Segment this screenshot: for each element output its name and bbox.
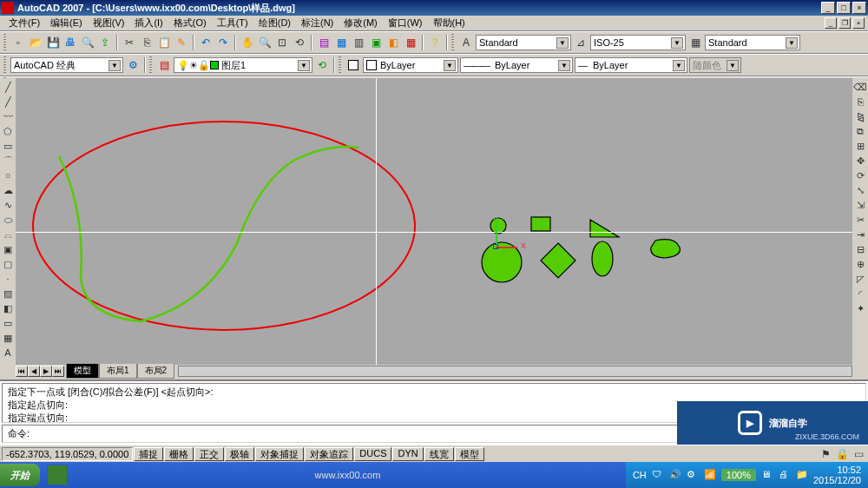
publish-icon[interactable]: ⇪ [97,35,113,50]
color-control-icon[interactable] [345,57,361,73]
spline-icon[interactable]: ∿ [1,198,15,212]
toolbar-grip[interactable] [339,56,341,74]
toolbar-grip[interactable] [3,56,6,74]
doc-close-button[interactable]: × [852,17,865,29]
markup-icon[interactable]: ◧ [385,35,401,50]
scale-icon[interactable]: ⤡ [853,183,867,197]
minimize-button[interactable]: _ [821,2,835,14]
menu-help[interactable]: 帮助(H) [428,16,470,30]
menu-modify[interactable]: 修改(M) [339,16,383,30]
paste-icon[interactable]: 📋 [156,35,172,50]
array-icon[interactable]: ⊞ [853,139,867,153]
properties-icon[interactable]: ▤ [316,35,332,50]
menu-tools[interactable]: 工具(T) [212,16,253,30]
explode-icon[interactable]: ✦ [853,301,867,315]
model-viewport[interactable] [16,78,852,376]
otrack-toggle[interactable]: 对象追踪 [305,447,353,461]
text-style-combo[interactable]: Standard [476,35,571,50]
menu-format[interactable]: 格式(O) [168,16,212,30]
polygon-icon[interactable]: ⬠ [1,124,15,138]
sheet-set-icon[interactable]: ▣ [368,35,384,50]
zoom-previous-icon[interactable]: ⟲ [292,35,307,50]
fillet-icon[interactable]: ◜ [853,287,867,300]
mtext-icon[interactable]: A [1,346,15,359]
layer-combo[interactable]: 💡 ☀ 🔓 图层1 [174,57,312,73]
ellipse-icon[interactable]: ⬭ [1,213,15,227]
save-icon[interactable]: 💾 [45,35,61,50]
redo-icon[interactable]: ↷ [215,35,231,50]
pan-icon[interactable]: ✋ [240,35,255,50]
gradient-icon[interactable]: ◧ [1,301,15,315]
tab-prev-button[interactable]: ◀ [28,366,40,377]
tray-icon[interactable]: 🖥 [761,469,773,481]
taskbar-app-autocad[interactable] [47,465,68,485]
menu-view[interactable]: 视图(V) [88,16,130,30]
layer-prev-icon[interactable]: ⟲ [314,57,330,73]
tray-icon[interactable]: 🔊 [669,469,681,481]
tab-first-button[interactable]: ⏮ [16,366,28,377]
lock-ui-icon[interactable]: 🔒 [834,446,850,462]
doc-restore-button[interactable]: ❐ [838,17,851,29]
menu-insert[interactable]: 插入(I) [129,16,168,30]
snap-toggle[interactable]: 捕捉 [134,447,163,461]
calc-icon[interactable]: ▦ [403,35,418,50]
dim-style-icon[interactable]: ⊿ [573,35,589,50]
table-style-icon[interactable]: ▦ [687,35,703,50]
tab-last-button[interactable]: ⏭ [52,366,64,377]
close-button[interactable]: × [852,2,866,14]
lwt-toggle[interactable]: 线宽 [424,447,454,461]
join-icon[interactable]: ⊕ [853,257,867,271]
plot-icon[interactable]: 🖶 [62,35,78,50]
erase-icon[interactable]: ⌫ [853,80,867,94]
menu-window[interactable]: 窗口(W) [383,16,428,30]
tab-next-button[interactable]: ▶ [40,366,52,377]
circle-icon[interactable]: ○ [1,168,15,182]
pline-icon[interactable]: 〰 [1,109,15,123]
maximize-button[interactable]: □ [837,2,851,14]
osnap-toggle[interactable]: 对象捕捉 [255,447,304,461]
comm-center-icon[interactable]: ⚑ [818,446,833,462]
offset-icon[interactable]: ⧉ [853,124,867,138]
text-style-icon[interactable]: A [458,35,474,50]
zoom-window-icon[interactable]: ⊡ [274,35,290,50]
point-icon[interactable]: · [1,272,15,286]
insert-block-icon[interactable]: ▣ [1,242,15,256]
open-icon[interactable]: 📂 [28,35,43,50]
xline-icon[interactable]: ╱ [1,95,15,109]
move-icon[interactable]: ✥ [853,154,867,168]
region-icon[interactable]: ▭ [1,316,15,330]
trim-icon[interactable]: ✂ [853,213,867,227]
toolbar-grip[interactable] [451,34,454,51]
color-combo[interactable]: ByLayer [363,57,458,73]
table-style-combo[interactable]: Standard [705,35,800,50]
tool-palettes-icon[interactable]: ▥ [351,35,366,50]
doc-minimize-button[interactable]: _ [825,17,837,29]
polar-toggle[interactable]: 极轴 [225,447,254,461]
menu-draw[interactable]: 绘图(D) [253,16,296,30]
menu-file[interactable]: 文件(F) [3,16,45,30]
layer-manager-icon[interactable]: ▤ [156,57,172,73]
zoom-realtime-icon[interactable]: 🔍 [257,35,273,50]
arc-icon[interactable]: ⌒ [1,154,15,168]
break-icon[interactable]: ⊟ [853,242,867,256]
start-button[interactable]: 开始 [0,464,40,486]
tab-layout1[interactable]: 布局1 [99,364,137,379]
design-center-icon[interactable]: ▦ [333,35,349,50]
dyn-toggle[interactable]: DYN [392,447,423,461]
tab-model[interactable]: 模型 [66,364,99,379]
copy-icon[interactable]: ⎘ [139,35,155,50]
lineweight-combo[interactable]: —ByLayer [575,57,687,73]
zoom-indicator[interactable]: 100% [721,469,756,481]
extend-icon[interactable]: ⇥ [853,228,867,241]
line-icon[interactable]: ╱ [1,80,15,94]
chamfer-icon[interactable]: ◸ [853,272,867,286]
match-prop-icon[interactable]: ✎ [174,35,189,50]
plot-preview-icon[interactable]: 🔍 [80,35,95,50]
drawing-area[interactable] [16,78,852,376]
plotstyle-combo[interactable]: 随颜色 [689,57,741,73]
rectangle-icon[interactable]: ▭ [1,139,15,153]
tray-icon[interactable]: 📶 [704,469,716,481]
tray-icon[interactable]: 📁 [796,469,808,481]
workspace-settings-icon[interactable]: ⚙ [125,57,141,73]
model-toggle[interactable]: 模型 [455,447,484,461]
